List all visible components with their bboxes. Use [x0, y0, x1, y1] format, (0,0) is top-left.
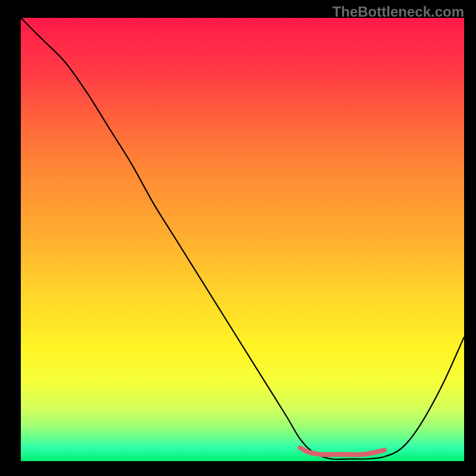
bottleneck-curve-line [21, 18, 464, 459]
chart-svg [21, 18, 464, 461]
watermark-text: TheBottleneck.com [333, 4, 464, 20]
chart-container [21, 18, 464, 461]
optimal-zone-line [300, 448, 384, 455]
